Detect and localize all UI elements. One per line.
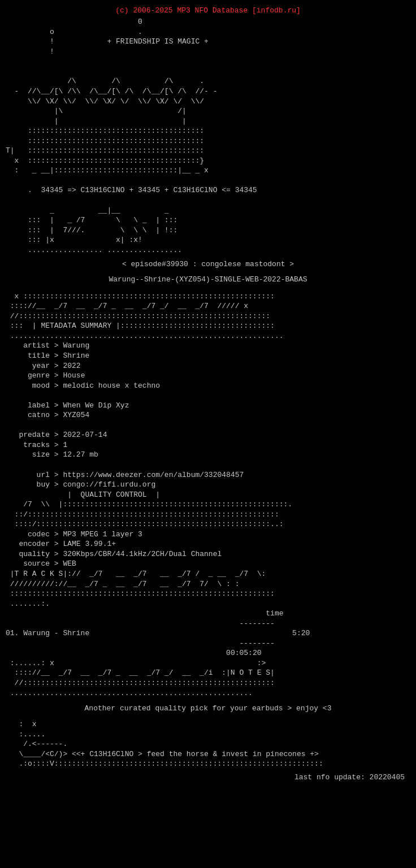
nfo-container: (c) 2006-2025 MP3 NFO Database [infodb.r… [0, 6, 416, 783]
metadata-section-art: x ::::::::::::::::::::::::::::::::::::::… [6, 292, 410, 341]
footer-update: last nfo update: 20220405 [6, 772, 405, 783]
episode-line: < episode#39930 : congolese mastodont > [6, 259, 410, 270]
footer-art: : x :..... /.<------. \____/<C/)> <<+ C1… [6, 719, 410, 769]
credit-text: (c) 2006-2025 MP3 NFO Database [infodb.r… [115, 6, 301, 15]
notes-section-art: :......: x :> :::://__ _/7 __ _/7 _ __ _… [6, 658, 410, 698]
quality-content: codec > MP3 MPEG 1 layer 3 encoder > LAM… [6, 530, 410, 569]
tracks-content: time -------- 01. Warung - Shrine 5:20 -… [6, 609, 410, 658]
quality-section-art: | QUALITY CONTROL | /7 \\ |:::::::::::::… [6, 490, 410, 530]
metadata-content: artist > Warung title > Shrine year > 20… [6, 341, 410, 489]
tracks-section-art: |T R A C K S|:// _/7 __ _/7 __ _/7 / _ _… [6, 569, 410, 609]
top-ascii-art: 0 o . ! + FRIENDSHIP IS MAGIC + ! /\ /\ … [6, 17, 410, 255]
notes-content: Another curated quality pick for your ea… [6, 704, 410, 714]
header-credit: (c) 2006-2025 MP3 NFO Database [infodb.r… [6, 6, 410, 16]
release-name: Warung--Shrine-(XYZ054)-SINGLE-WEB-2022-… [6, 275, 410, 285]
